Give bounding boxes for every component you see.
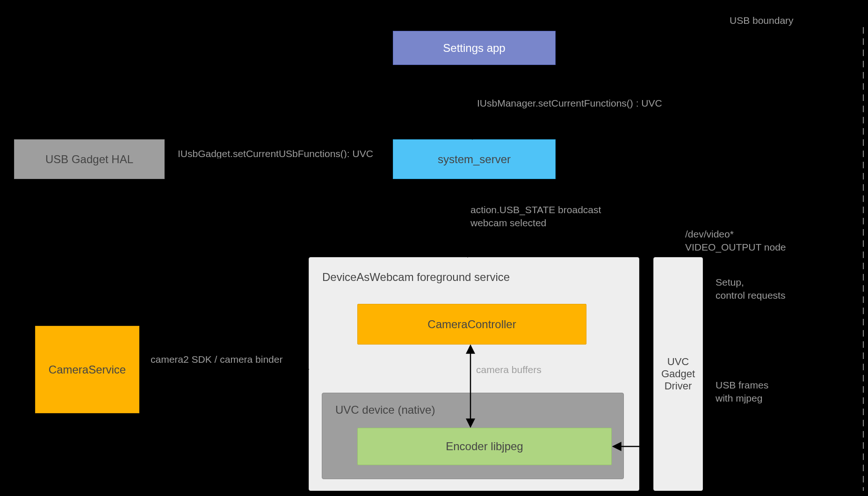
box-label: UVC Gadget Driver [658, 356, 698, 392]
label-camera2-sdk: camera2 SDK / camera binder [151, 353, 282, 366]
box-camera-controller: CameraController [357, 304, 586, 345]
box-label: system_server [438, 153, 511, 166]
box-label: Encoder libjpeg [446, 440, 523, 453]
label-camera-buffers: camera buffers [476, 363, 542, 376]
box-title: DeviceAsWebcam foreground service [322, 271, 510, 284]
label-usb-boundary: USB boundary [730, 14, 794, 27]
box-label: USB Gadget HAL [45, 153, 133, 166]
box-usb-gadget-hal: USB Gadget HAL [14, 139, 165, 179]
label-usb-frames: USB frames with mjpeg [716, 379, 768, 405]
box-settings-app: Settings app [393, 31, 556, 65]
label-iusbmanager: IUsbManager.setCurrentFunctions() : UVC [477, 97, 662, 110]
diagram-canvas: Settings app USB Gadget HAL system_serve… [0, 0, 868, 496]
box-label: Settings app [443, 42, 505, 55]
label-setup-requests: Setup, control requests [716, 276, 785, 302]
box-label: CameraService [49, 363, 126, 376]
box-camera-service: CameraService [35, 326, 139, 413]
box-title: UVC device (native) [335, 403, 435, 417]
label-iusbgadget: IUsbGadget.setCurrentUSbFunctions(): UVC [178, 147, 373, 160]
box-label: CameraController [427, 318, 516, 331]
box-system-server: system_server [393, 139, 556, 179]
label-dev-video: /dev/video* VIDEO_OUTPUT node [685, 228, 786, 254]
box-encoder-libjpeg: Encoder libjpeg [357, 428, 612, 465]
box-uvc-gadget-driver: UVC Gadget Driver [653, 257, 703, 491]
label-usb-state: action.USB_STATE broadcast webcam select… [470, 203, 601, 230]
